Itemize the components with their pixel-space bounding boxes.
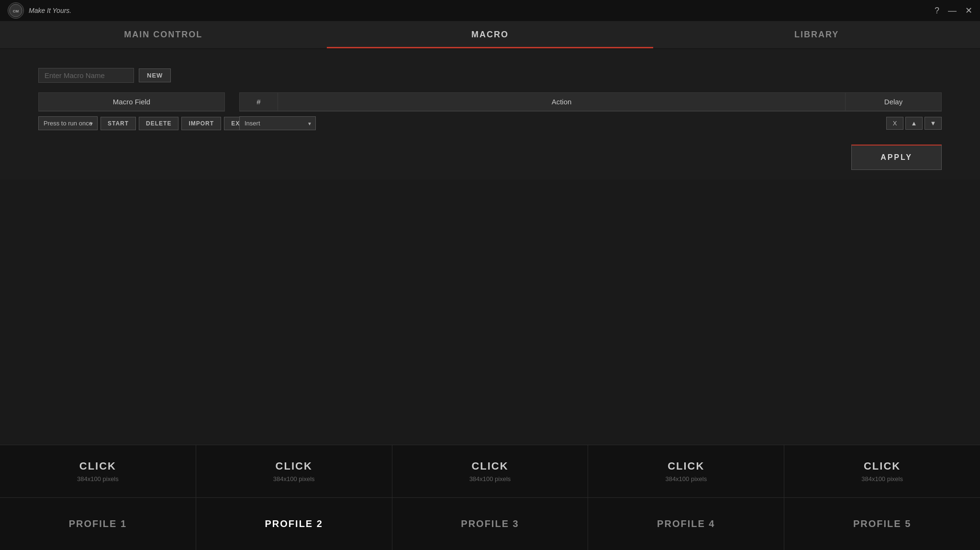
profile-cell-3[interactable]: PROFILE 3 [392, 498, 589, 550]
left-panel: Macro Field Press to run once Hold to re… [38, 92, 225, 130]
click-size-4: 384x100 pixels [665, 475, 707, 483]
apply-row: APPLY [38, 145, 942, 170]
click-label-4: CLICK [668, 460, 704, 472]
brand-tagline: Make It Yours. [29, 7, 71, 14]
tab-macro[interactable]: MACRO [327, 21, 654, 48]
apply-button[interactable]: APPLY [851, 145, 942, 170]
close-button[interactable]: ✕ [965, 6, 972, 15]
titlebar: CM Make It Yours. ? — ✕ [0, 0, 980, 21]
click-size-1: 384x100 pixels [77, 475, 119, 483]
click-label-1: CLICK [79, 460, 116, 472]
right-controls-right: X ▲ ▼ [886, 117, 942, 130]
main-content: NEW Macro Field Press to run once Hold t… [0, 49, 980, 180]
col-num-header: # [240, 93, 278, 111]
left-controls: Press to run once Hold to repeat Toggle … [38, 116, 225, 130]
click-cell-1[interactable]: CLICK 384x100 pixels [0, 445, 196, 497]
profile-cell-5[interactable]: PROFILE 5 [784, 498, 980, 550]
delete-button[interactable]: DELETE [139, 117, 178, 130]
insert-dropdown[interactable]: Insert Insert Before Insert After [239, 116, 316, 130]
action-table-header: # Action Delay [239, 92, 942, 111]
run-mode-dropdown[interactable]: Press to run once Hold to repeat Toggle [38, 116, 98, 130]
profile-label-3: PROFILE 3 [461, 518, 519, 529]
nav-tabs: MAIN CONTROL MACRO LIBRARY [0, 21, 980, 49]
start-button[interactable]: START [100, 117, 136, 130]
macro-name-row: NEW [38, 68, 942, 83]
tab-library[interactable]: LIBRARY [653, 21, 980, 48]
new-button[interactable]: NEW [139, 68, 171, 82]
right-controls: Insert Insert Before Insert After ▼ X ▲ … [239, 116, 942, 130]
click-label-2: CLICK [276, 460, 312, 472]
col-delay-header: Delay [846, 93, 941, 111]
svg-text:CM: CM [13, 9, 19, 13]
profile-bar: CLICK 384x100 pixels CLICK 384x100 pixel… [0, 445, 980, 550]
col-action-header: Action [278, 93, 846, 111]
profile-label-2: PROFILE 2 [265, 518, 323, 529]
profile-cell-2[interactable]: PROFILE 2 [196, 498, 392, 550]
right-controls-left: Insert Insert Before Insert After ▼ [239, 116, 316, 130]
down-button[interactable]: ▼ [924, 117, 942, 130]
macro-field-body [38, 111, 225, 112]
import-button[interactable]: IMPORT [181, 117, 221, 130]
insert-dropdown-wrapper: Insert Insert Before Insert After ▼ [239, 116, 316, 130]
click-cell-5[interactable]: CLICK 384x100 pixels [784, 445, 980, 497]
click-size-2: 384x100 pixels [273, 475, 315, 483]
profile-label-5: PROFILE 5 [853, 518, 911, 529]
minimize-button[interactable]: — [948, 6, 957, 15]
titlebar-left: CM Make It Yours. [8, 2, 71, 19]
tab-main-control[interactable]: MAIN CONTROL [0, 21, 327, 48]
run-mode-dropdown-wrapper: Press to run once Hold to repeat Toggle … [38, 116, 98, 130]
logo-icon: CM [8, 2, 24, 19]
window-controls: ? — ✕ [935, 6, 972, 15]
profile-label-4: PROFILE 4 [657, 518, 715, 529]
macro-name-input[interactable] [38, 68, 134, 83]
profile-cell-1[interactable]: PROFILE 1 [0, 498, 196, 550]
right-panel: # Action Delay Insert Insert Before Inse… [239, 92, 942, 130]
up-button[interactable]: ▲ [905, 117, 923, 130]
click-cell-4[interactable]: CLICK 384x100 pixels [588, 445, 784, 497]
click-size-5: 384x100 pixels [861, 475, 903, 483]
click-cell-3[interactable]: CLICK 384x100 pixels [392, 445, 589, 497]
click-label-5: CLICK [864, 460, 901, 472]
profile-row: PROFILE 1 PROFILE 2 PROFILE 3 PROFILE 4 … [0, 497, 980, 550]
action-table-body [239, 111, 942, 112]
help-button[interactable]: ? [935, 6, 939, 15]
click-size-3: 384x100 pixels [469, 475, 511, 483]
profile-label-1: PROFILE 1 [69, 518, 127, 529]
click-label-3: CLICK [471, 460, 508, 472]
x-button[interactable]: X [886, 117, 903, 130]
macro-field-header: Macro Field [38, 92, 225, 111]
click-row: CLICK 384x100 pixels CLICK 384x100 pixel… [0, 445, 980, 497]
profile-cell-4[interactable]: PROFILE 4 [588, 498, 784, 550]
click-cell-2[interactable]: CLICK 384x100 pixels [196, 445, 392, 497]
panels-row: Macro Field Press to run once Hold to re… [38, 92, 942, 130]
